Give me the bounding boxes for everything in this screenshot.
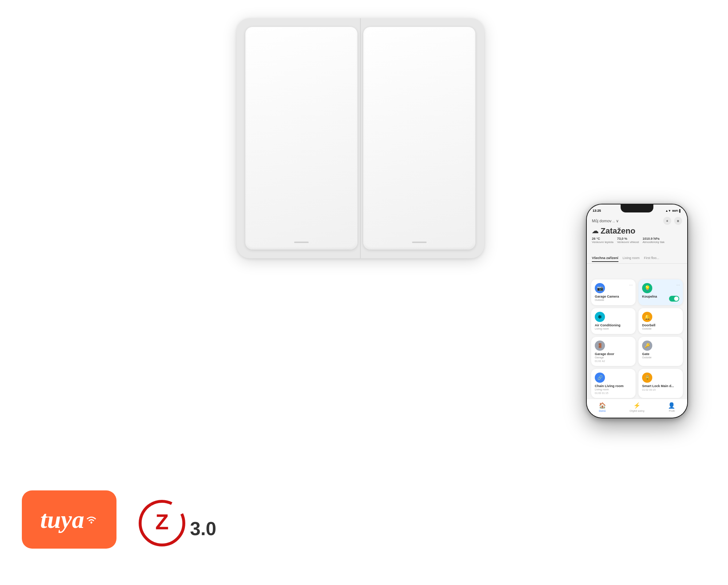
zigbee-z-icon: Z [138,500,186,547]
device-card-smart-lock[interactable]: 🔒 Smart Lock Main d... 01:0200:15 [638,369,683,398]
chain-living-info: 01:0001:15 [595,392,632,394]
battery-icon: ▌ [679,209,681,212]
devices-grid: 📷 Garage Camera Outside ··· 💡 Koupelna ·… [587,276,687,401]
switch-base [237,18,484,258]
doorbell-location: Outside [642,327,679,330]
weather-section: ☁ Zataženo 26 °C Venkovní teplota 73,0 %… [587,224,687,245]
tab-first-floor[interactable]: First floo... [644,256,659,262]
weather-stats: 26 °C Venkovní teplota 73,0 % Venkovní v… [592,237,682,244]
room-tabs: Všechna zařízení Living room First floo.… [587,254,687,264]
tuya-logo: tuya [22,490,116,549]
device-card-chain-living[interactable]: 🔗 Chain Living room Living room 01:0001:… [591,369,636,398]
signal-icon: ▲▼ [665,209,671,212]
ac-icon: ❄ [595,312,605,322]
garage-door-location: Garage [595,356,632,359]
menu-button[interactable]: ≡ [674,217,682,225]
smart-lock-icon: 🔒 [642,373,652,383]
tuya-brand: tuya [40,505,98,534]
home-title[interactable]: Můj domov .. ∨ [592,219,619,223]
nav-profile-label: Profil [669,410,674,412]
nav-home-label: Domů [599,410,606,412]
switch-panel-right[interactable] [363,27,475,250]
profile-icon: 👤 [668,402,675,409]
add-device-button[interactable]: + [663,217,671,225]
gate-name: Gate [642,352,679,356]
device-card-koupelna[interactable]: 💡 Koupelna ··· [638,279,683,305]
ac-name: Air Conditioning [595,323,632,327]
menu-icon: ≡ [677,219,679,223]
doorbell-icon: 🔔 [642,312,652,322]
chain-living-name: Chain Living room [595,384,632,388]
home-title-row: Můj domov .. ∨ + ≡ [592,217,682,225]
device-card-gate[interactable]: 🔑 Gate Outside [638,337,683,366]
svg-text:Z: Z [155,510,169,534]
gate-location: Outside [642,356,679,359]
scenes-icon: ⚡ [633,402,641,409]
garage-door-name: Garage door [595,352,632,356]
garage-camera-location: Outside [595,298,632,302]
gate-icon: 🔑 [642,341,652,351]
phone-screen: 13:25 ▲▼ WiFi ▌ Můj domov .. ∨ + [587,204,687,418]
cloud-icon: ☁ [592,227,598,235]
garage-door-info: 01:02A2 [595,360,632,362]
zigbee-logo: Z 3.0 [138,500,216,547]
switch-divider [360,18,361,258]
status-time: 13:25 [593,209,601,212]
pressure-stat: 1010.9 hPa Atmosferický tlak [642,237,664,244]
switch-panel-left[interactable] [245,27,357,250]
status-icons: ▲▼ WiFi ▌ [665,209,681,212]
koupelna-menu[interactable]: ··· [676,282,680,287]
tab-living-room[interactable]: Living room [623,256,640,262]
wifi-icon: WiFi [672,209,678,212]
svg-point-0 [91,522,92,524]
device-card-garage-door[interactable]: 🚪 Garage door Garage 01:02A2 [591,337,636,366]
nav-scenes-label: Chytré scény [630,410,645,412]
garage-camera-name: Garage Camera [595,295,632,298]
header-icons: + ≡ [663,217,682,225]
weather-title: ☁ Zataženo [592,226,682,236]
phone-body: 13:25 ▲▼ WiFi ▌ Můj domov .. ∨ + [586,204,688,418]
garage-camera-menu[interactable]: ··· [629,282,633,287]
phone-notch [621,204,653,212]
nav-scenes[interactable]: ⚡ Chytré scény [630,402,645,412]
humidity-stat: 73,0 % Venkovní vlhkost [617,237,639,244]
tuya-text: tuya [40,505,84,534]
ac-location: Living room [595,327,632,330]
chain-living-icon: 🔗 [595,373,605,383]
device-card-doorbell[interactable]: 🔔 Doorbell Outside [638,308,683,334]
garage-camera-icon: 📷 [595,283,605,293]
koupelna-icon: 💡 [642,283,652,293]
koupelna-toggle[interactable] [669,296,679,302]
chain-living-location: Living room [595,388,632,391]
weather-condition: Zataženo [601,226,635,236]
bottom-navigation: 🏠 Domů ⚡ Chytré scény 👤 Profil [587,399,687,418]
home-icon: 🏠 [599,402,606,409]
device-card-garage-camera[interactable]: 📷 Garage Camera Outside ··· [591,279,636,305]
nav-home[interactable]: 🏠 Domů [599,402,606,412]
smart-lock-info: 01:0200:15 [642,389,679,391]
nav-profile[interactable]: 👤 Profil [668,402,675,412]
device-card-ac[interactable]: ❄ Air Conditioning Living room [591,308,636,334]
plus-icon: + [666,219,668,223]
zigbee-version: 3.0 [190,518,216,540]
tuya-wifi-icon [85,512,98,525]
tab-all-devices[interactable]: Všechna zařízení [592,256,618,262]
wall-switch [237,18,491,266]
phone-mockup: 13:25 ▲▼ WiFi ▌ Můj domov .. ∨ + [586,204,699,429]
doorbell-name: Doorbell [642,323,679,327]
garage-door-icon: 🚪 [595,341,605,351]
smart-lock-name: Smart Lock Main d... [642,384,679,388]
temp-stat: 26 °C Venkovní teplota [592,237,613,244]
